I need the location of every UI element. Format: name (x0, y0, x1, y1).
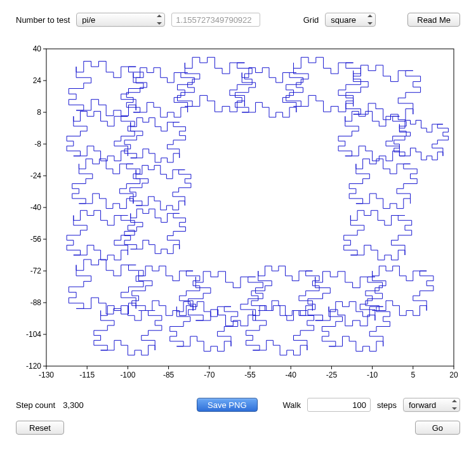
grid-label: Grid (303, 15, 319, 25)
svg-text:40: 40 (33, 44, 42, 53)
svg-text:-104: -104 (26, 330, 41, 339)
svg-text:-8: -8 (34, 140, 41, 148)
svg-text:8: 8 (37, 108, 41, 117)
svg-text:-56: -56 (30, 235, 42, 244)
number-to-test-label: Number to test (16, 15, 70, 25)
svg-text:-72: -72 (30, 266, 42, 275)
readme-button[interactable]: Read Me (407, 13, 460, 27)
svg-text:-100: -100 (120, 371, 135, 379)
svg-text:20: 20 (449, 371, 458, 379)
walk-steps-input[interactable] (307, 398, 371, 412)
svg-text:-130: -130 (39, 371, 54, 379)
step-count-value: 3,300 (63, 400, 84, 410)
reset-button[interactable]: Reset (16, 421, 64, 435)
svg-text:-55: -55 (244, 371, 256, 379)
svg-text:-25: -25 (326, 371, 338, 379)
svg-text:24: 24 (33, 76, 42, 85)
svg-text:-85: -85 (163, 371, 175, 379)
save-png-button[interactable]: Save PNG (197, 398, 257, 412)
walk-label: Walk (283, 400, 301, 410)
svg-text:-24: -24 (30, 171, 42, 180)
svg-text:-10: -10 (367, 371, 378, 379)
walk-chart: -130-115-100-85-70-55-40-25-10520-120-10… (16, 43, 460, 385)
steps-label: steps (377, 400, 397, 410)
number-select[interactable]: pi/e (76, 13, 165, 27)
number-value-field (171, 13, 260, 27)
svg-text:-120: -120 (26, 362, 41, 371)
svg-text:-70: -70 (204, 371, 215, 379)
svg-text:-88: -88 (30, 298, 42, 307)
svg-text:-40: -40 (30, 203, 42, 212)
go-button[interactable]: Go (415, 421, 460, 435)
grid-select[interactable]: square (325, 13, 376, 27)
svg-text:-40: -40 (286, 371, 297, 379)
step-count-label: Step count (16, 400, 55, 410)
svg-rect-0 (46, 49, 454, 366)
direction-select[interactable]: forward (403, 398, 460, 412)
svg-text:5: 5 (411, 371, 415, 379)
svg-text:-115: -115 (79, 371, 95, 379)
